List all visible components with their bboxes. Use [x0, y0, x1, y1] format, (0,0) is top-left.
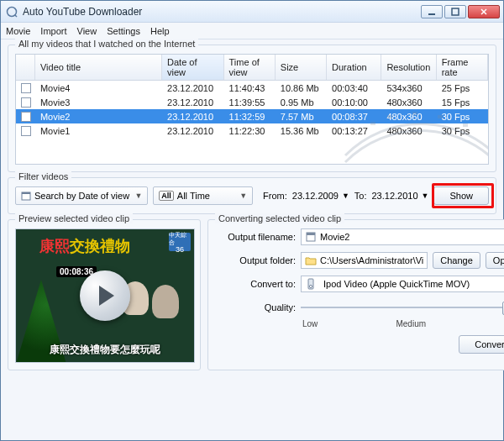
cell-time: 11:32:59	[223, 109, 275, 123]
menu-settings[interactable]: Settings	[107, 26, 140, 36]
menu-movie[interactable]: Movie	[6, 26, 30, 36]
to-date-picker[interactable]: 23.12.2010 ▼	[371, 191, 428, 201]
table-row[interactable]: Movie123.12.201011:22:3015.36 Mb00:13:27…	[16, 123, 488, 138]
preview-group-title: Preview selected video clip	[15, 213, 133, 223]
calendar-icon	[21, 191, 31, 201]
cell-duration: 00:03:40	[327, 81, 381, 96]
cell-size: 15.36 Mb	[275, 123, 326, 138]
convert-button[interactable]: Convert	[459, 335, 504, 354]
menu-import[interactable]: Import	[40, 26, 66, 36]
svg-rect-3	[452, 8, 459, 15]
cell-time: 11:40:43	[223, 81, 275, 96]
from-label: From:	[263, 191, 287, 201]
maximize-button[interactable]	[444, 5, 466, 18]
menu-help[interactable]: Help	[150, 26, 170, 36]
output-filename-label: Output filename:	[215, 232, 296, 242]
cell-date: 23.12.2010	[162, 95, 224, 109]
preview-caption: 康熙交換禮物要怎麼玩呢	[16, 343, 194, 357]
output-folder-label: Output folder:	[215, 255, 296, 265]
cell-duration: 00:08:37	[327, 109, 381, 123]
row-checkbox[interactable]	[21, 97, 31, 108]
svg-rect-2	[428, 13, 435, 15]
cell-date: 23.12.2010	[162, 81, 224, 96]
col-date-of-view[interactable]: Date of view	[162, 55, 224, 81]
window-title: Auto YouTube Downloader	[23, 6, 421, 18]
row-checkbox[interactable]	[21, 112, 31, 122]
range-mode-value: All Time	[177, 191, 210, 201]
cell-res: 480x360	[381, 95, 436, 109]
cell-res: 534x360	[381, 81, 436, 96]
output-filename-value: Movie2	[320, 232, 349, 242]
cell-title: Movie4	[34, 81, 161, 96]
convert-to-value: Ipod Video (Apple QuickTime MOV)	[323, 279, 470, 289]
convert-to-label: Convert to:	[215, 279, 296, 289]
cell-date: 23.12.2010	[162, 109, 224, 123]
cell-res: 480x360	[381, 109, 436, 123]
svg-rect-12	[22, 192, 30, 194]
play-icon[interactable]	[80, 270, 130, 321]
table-row[interactable]: Movie323.12.201011:39:550.95 Mb00:10:004…	[16, 95, 488, 109]
cell-date: 23.12.2010	[162, 123, 224, 138]
output-filename-field[interactable]: Movie2	[301, 228, 504, 245]
table-row[interactable]: Movie223.12.201011:32:597.57 Mb00:08:374…	[16, 109, 488, 123]
channel-logo: 中天綜合36	[169, 233, 191, 251]
cell-time: 11:39:55	[223, 95, 275, 109]
show-button[interactable]: Show	[433, 186, 489, 205]
close-button[interactable]	[468, 5, 500, 18]
table-header-row[interactable]: Video title Date of view Time of view Si…	[16, 55, 488, 81]
cell-size: 0.95 Mb	[275, 95, 326, 109]
videos-table[interactable]: Video title Date of view Time of view Si…	[15, 54, 489, 165]
ipod-icon	[305, 278, 317, 290]
chevron-down-icon: ▼	[342, 192, 349, 200]
cell-fps: 15 Fps	[436, 95, 487, 109]
chevron-down-icon: ▼	[239, 192, 247, 200]
convert-group: Converting selected video clip Output fi…	[207, 219, 504, 370]
svg-rect-14	[307, 233, 315, 235]
output-folder-field[interactable]: C:\Users\Administrator\Vi	[301, 252, 428, 269]
search-mode-combo[interactable]: Search by Date of view ▼	[15, 186, 148, 205]
preview-banner: 康熙交換禮物	[39, 236, 130, 256]
row-checkbox[interactable]	[21, 126, 31, 136]
cell-fps: 30 Fps	[436, 123, 487, 138]
open-folder-button[interactable]: Open	[486, 252, 504, 269]
titlebar[interactable]: Auto YouTube Downloader	[1, 1, 503, 23]
preview-video[interactable]: 康熙交換禮物 中天綜合36 00:08:36 康熙交換禮物要怎麼玩呢	[15, 228, 195, 363]
person-decor	[152, 285, 179, 318]
to-date-value: 23.12.2010	[371, 191, 417, 201]
cell-title: Movie3	[34, 95, 161, 109]
quality-slider[interactable]	[301, 299, 504, 316]
output-folder-value: C:\Users\Administrator\Vi	[320, 255, 423, 265]
preview-group: Preview selected video clip 康熙交換禮物 中天綜合3…	[8, 219, 201, 370]
filter-group-title: Filter videos	[15, 171, 71, 181]
minimize-button[interactable]	[421, 5, 443, 18]
row-checkbox[interactable]	[21, 83, 31, 93]
menubar: Movie Import View Settings Help	[1, 23, 503, 39]
cell-title: Movie2	[34, 109, 161, 123]
quality-low-label: Low	[302, 319, 318, 328]
videos-group: All my videos that I watched on the Inte…	[8, 45, 496, 172]
convert-group-title: Converting selected video clip	[215, 213, 344, 223]
col-resolution[interactable]: Resolution	[381, 55, 436, 81]
cell-title: Movie1	[34, 123, 161, 138]
from-date-picker[interactable]: 23.12.2009 ▼	[292, 191, 349, 201]
svg-point-16	[309, 285, 312, 287]
range-mode-combo[interactable]: All All Time ▼	[153, 186, 253, 205]
col-time-of-view[interactable]: Time of view	[223, 55, 275, 81]
change-folder-button[interactable]: Change	[433, 252, 480, 269]
menu-view[interactable]: View	[77, 26, 97, 36]
from-date-value: 23.12.2009	[292, 191, 339, 201]
folder-icon	[305, 255, 317, 266]
col-video-title[interactable]: Video title	[34, 55, 161, 81]
videos-group-title: All my videos that I watched on the Inte…	[15, 39, 198, 49]
cell-size: 10.86 Mb	[275, 81, 326, 96]
col-duration[interactable]: Duration	[327, 55, 381, 81]
cell-duration: 00:10:00	[327, 95, 381, 109]
col-size[interactable]: Size	[275, 55, 326, 81]
cell-res: 480x360	[381, 123, 436, 138]
cell-time: 11:22:30	[223, 123, 275, 138]
to-label: To:	[354, 191, 367, 201]
convert-to-combo[interactable]: Ipod Video (Apple QuickTime MOV) ▼	[301, 276, 504, 292]
table-row[interactable]: Movie423.12.201011:40:4310.86 Mb00:03:40…	[16, 81, 488, 96]
col-frame-rate[interactable]: Frame rate	[436, 55, 487, 81]
chevron-down-icon: ▼	[134, 192, 142, 200]
